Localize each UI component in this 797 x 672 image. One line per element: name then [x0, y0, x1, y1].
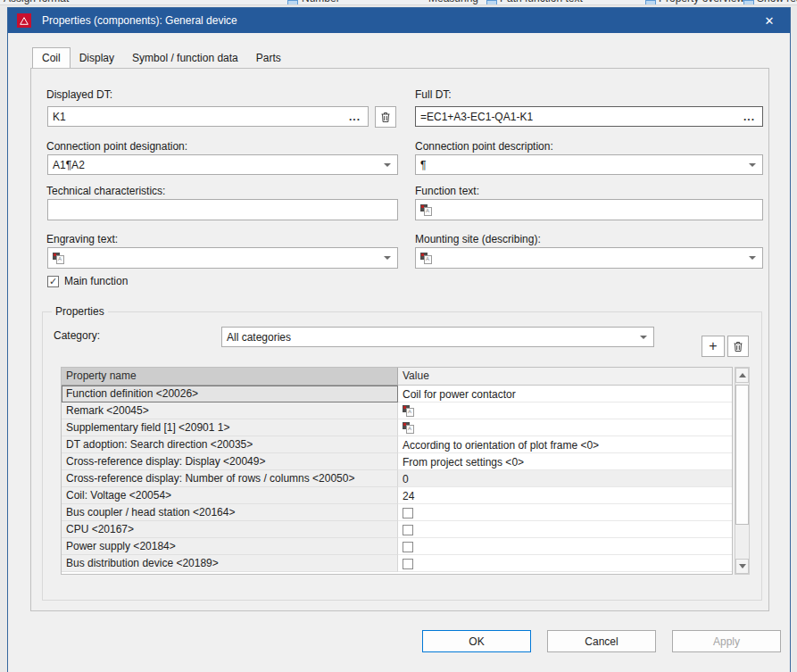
chevron-down-icon[interactable] — [384, 163, 391, 167]
checkbox-icon[interactable]: ✓ — [47, 276, 59, 287]
connection-point-description-combo[interactable]: ¶ — [415, 154, 763, 175]
eplan-logo-icon — [17, 13, 31, 28]
property-value-cell[interactable] — [398, 521, 732, 538]
property-value-cell[interactable] — [398, 504, 732, 521]
mounting-site-combo[interactable] — [415, 247, 763, 269]
add-property-button[interactable]: + — [702, 336, 725, 357]
table-row[interactable]: CPU <20167> — [62, 521, 732, 538]
property-name-cell[interactable]: Bus distribution device <20189> — [62, 555, 398, 572]
mounting-site-label: Mounting site (describing): — [415, 233, 541, 245]
tab-bar: Coil Display Symbol / function data Part… — [32, 48, 290, 68]
delete-dt-button[interactable] — [375, 106, 396, 128]
connection-point-designation-combo[interactable]: A1¶A2 — [47, 154, 398, 175]
column-header-property-name[interactable]: Property name — [62, 368, 398, 386]
tab-coil[interactable]: Coil — [32, 47, 71, 68]
main-function-label: Main function — [64, 275, 128, 287]
background-toolbar-icon — [486, 0, 497, 5]
multilanguage-icon — [403, 422, 414, 434]
scroll-up-button[interactable] — [735, 368, 749, 383]
property-table-header: Property name Value — [62, 368, 732, 386]
connection-point-designation-value: A1¶A2 — [53, 159, 85, 171]
main-function-checkbox[interactable]: ✓ Main function — [47, 275, 128, 287]
technical-characteristics-input[interactable] — [47, 199, 398, 220]
property-value-cell[interactable] — [398, 402, 732, 419]
table-row[interactable]: DT adoption: Search direction <20035>Acc… — [62, 436, 732, 453]
property-value-cell[interactable]: Coil for power contactor — [398, 386, 732, 402]
table-row[interactable]: Supplementary field [1] <20901 1> — [62, 419, 732, 436]
table-row[interactable]: Power supply <20184> — [62, 538, 732, 555]
property-name-cell[interactable]: Remark <20045> — [62, 402, 398, 419]
value-checkbox[interactable] — [403, 559, 413, 569]
table-row[interactable]: Bus distribution device <20189> — [62, 555, 732, 572]
table-scrollbar[interactable] — [735, 367, 750, 575]
property-value-cell[interactable] — [398, 419, 732, 436]
background-toolbar-label: Show results — [757, 0, 797, 4]
table-row[interactable]: Cross-reference display: Number of rows … — [62, 470, 732, 487]
close-icon[interactable]: ✕ — [756, 8, 783, 33]
remove-property-button[interactable] — [727, 336, 749, 357]
scrollbar-thumb[interactable] — [735, 385, 749, 525]
scroll-down-button[interactable] — [735, 559, 749, 574]
column-header-value[interactable]: Value — [398, 368, 732, 386]
engraving-text-combo[interactable] — [47, 247, 398, 269]
table-row[interactable]: Remark <20045> — [62, 402, 732, 419]
function-text-input[interactable] — [415, 199, 763, 220]
function-text-label: Function text: — [415, 185, 479, 197]
value-checkbox[interactable] — [403, 525, 413, 535]
multilanguage-icon — [420, 204, 432, 216]
tab-parts[interactable]: Parts — [247, 49, 290, 68]
full-dt-input[interactable]: =EC1+A3-EC1-QA1-K1 ... — [415, 106, 763, 127]
tab-symbol-function-data[interactable]: Symbol / function data — [123, 49, 247, 68]
category-label: Category: — [54, 329, 100, 342]
property-name-cell[interactable]: Bus coupler / head station <20164> — [62, 504, 398, 521]
property-value-cell[interactable] — [398, 555, 732, 572]
value-checkbox[interactable] — [403, 542, 413, 552]
property-value-cell[interactable]: 0 — [398, 470, 732, 487]
arrow-up-icon — [739, 373, 746, 377]
property-name-cell[interactable]: Cross-reference display: Display <20049> — [62, 453, 398, 470]
multilanguage-icon — [53, 253, 64, 264]
property-table: Property name Value Function definition … — [61, 367, 733, 575]
displayed-dt-input[interactable]: K1 ... — [47, 106, 369, 127]
chevron-down-icon[interactable] — [384, 256, 391, 260]
chevron-down-icon[interactable] — [640, 336, 647, 339]
property-name-cell[interactable]: CPU <20167> — [62, 521, 398, 538]
table-row[interactable]: Bus coupler / head station <20164> — [62, 504, 732, 521]
property-value-cell[interactable]: From project settings <0> — [398, 453, 732, 470]
property-name-cell[interactable]: DT adoption: Search direction <20035> — [62, 436, 398, 453]
property-value-cell[interactable] — [398, 538, 732, 555]
chevron-down-icon[interactable] — [749, 163, 756, 167]
property-name-cell[interactable]: Coil: Voltage <20054> — [62, 487, 398, 504]
property-name-cell[interactable]: Power supply <20184> — [62, 538, 398, 555]
value-checkbox[interactable] — [403, 508, 413, 519]
engraving-text-label: Engraving text: — [46, 233, 118, 245]
trash-icon — [380, 112, 391, 123]
dialog-titlebar[interactable]: Properties (components): General device … — [8, 8, 790, 33]
properties-group-title: Properties — [52, 305, 108, 318]
table-row[interactable]: Function definition <20026>Coil for powe… — [62, 386, 732, 402]
property-value-cell[interactable]: According to orientation of plot frame <… — [398, 436, 732, 453]
table-row[interactable]: Cross-reference display: Display <20049>… — [62, 453, 732, 470]
apply-button[interactable]: Apply — [672, 630, 781, 652]
cancel-button[interactable]: Cancel — [547, 630, 656, 652]
table-row[interactable]: Coil: Voltage <20054>24 — [62, 487, 732, 504]
property-value-cell[interactable]: 24 — [398, 487, 732, 504]
property-name-cell[interactable]: Cross-reference display: Number of rows … — [62, 470, 398, 487]
connection-point-description-value: ¶ — [420, 159, 426, 171]
multilanguage-icon — [403, 405, 414, 417]
full-dt-value: =EC1+A3-EC1-QA1-K1 — [420, 111, 533, 123]
dialog-title: Properties (components): General device — [42, 14, 237, 27]
background-toolbar-label: Assign format — [4, 0, 69, 4]
ok-button[interactable]: OK — [422, 630, 531, 652]
background-app-strip: Assign format Number Measuring Path func… — [0, 0, 797, 5]
category-combo[interactable]: All categories — [221, 327, 654, 347]
displayed-dt-label: Displayed DT: — [46, 88, 112, 101]
browse-icon[interactable]: ... — [349, 114, 368, 120]
tab-display[interactable]: Display — [71, 49, 123, 68]
browse-icon[interactable]: ... — [743, 114, 762, 120]
property-name-cell[interactable]: Function definition <20026> — [62, 386, 398, 402]
property-name-cell[interactable]: Supplementary field [1] <20901 1> — [62, 419, 398, 436]
chevron-down-icon[interactable] — [749, 256, 756, 260]
properties-dialog: Properties (components): General device … — [7, 7, 791, 672]
technical-characteristics-label: Technical characteristics: — [46, 185, 165, 197]
